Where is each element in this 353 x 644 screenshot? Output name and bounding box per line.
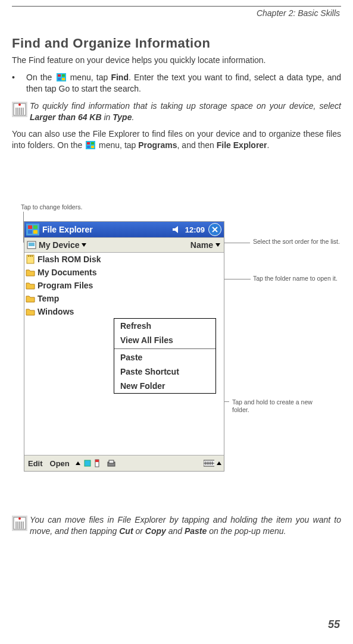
- row-label: Temp: [38, 294, 59, 303]
- svg-point-7: [18, 103, 21, 106]
- note-1-text: To quickly find information that is taki…: [30, 100, 341, 123]
- bullet-text: On the menu, tap Find. Enter the text yo…: [26, 72, 341, 95]
- close-icon[interactable]: [208, 223, 221, 236]
- para2-c: , and then: [177, 140, 217, 150]
- menu-new-folder[interactable]: New Folder: [114, 379, 215, 393]
- start-menu-icon-2: [86, 141, 95, 149]
- menu-paste-shortcut[interactable]: Paste Shortcut: [114, 365, 215, 379]
- bullet-item: • On the menu, tap Find. Enter the text …: [12, 72, 341, 95]
- svg-rect-16: [28, 230, 32, 234]
- svg-rect-27: [85, 460, 90, 466]
- keyboard-up-icon[interactable]: [217, 461, 221, 465]
- svg-rect-15: [33, 225, 38, 229]
- note1-b: in: [102, 112, 113, 122]
- volume-icon[interactable]: [172, 225, 182, 234]
- location-bar: My Device Name: [24, 237, 224, 253]
- svg-rect-9: [87, 142, 90, 144]
- n2-d: on the pop-up menu.: [207, 526, 286, 536]
- para2-bold2: File Explorer: [217, 140, 267, 150]
- note1-b2: Type: [113, 112, 132, 122]
- note-1: To quickly find information that is taki…: [12, 100, 341, 123]
- note-2-text: You can move files in File Explorer by t…: [30, 514, 341, 537]
- start-flag-icon[interactable]: [24, 222, 41, 237]
- svg-rect-2: [62, 74, 65, 77]
- text-content: Find and Organize Information The Find f…: [12, 36, 341, 157]
- up-arrow-icon[interactable]: [76, 461, 80, 465]
- para2-b: menu, tap: [99, 140, 138, 150]
- sort-dropdown-icon[interactable]: [215, 243, 220, 247]
- file-list: Flash ROM Disk My Documents Program File…: [24, 253, 224, 318]
- svg-rect-12: [91, 146, 94, 148]
- svg-rect-25: [30, 255, 31, 257]
- svg-rect-1: [58, 74, 61, 77]
- callout-sort: Select the sort order for the list.: [253, 238, 342, 246]
- svg-rect-11: [87, 146, 90, 148]
- blank-area[interactable]: Refresh View All Files Paste Paste Short…: [24, 318, 224, 455]
- callout-change-folders: Tap to change folders.: [21, 203, 82, 211]
- svg-rect-14: [28, 225, 32, 229]
- svg-rect-17: [33, 230, 38, 234]
- svg-rect-29: [95, 460, 99, 462]
- keyboard-icon[interactable]: [204, 459, 224, 467]
- top-rule: [12, 6, 341, 7]
- menu-view-all[interactable]: View All Files: [114, 333, 215, 347]
- bullet-text-menu: menu, tap: [70, 73, 111, 82]
- para2-d: .: [267, 140, 270, 150]
- bottom-toolbar: Edit Open: [24, 455, 224, 471]
- row-label: Program Files: [38, 281, 93, 290]
- toolbar-icon-2[interactable]: [92, 458, 102, 468]
- page-number: 55: [328, 618, 340, 631]
- svg-rect-24: [28, 255, 29, 257]
- note-icon-2: [12, 514, 30, 537]
- toolbar-icon-3[interactable]: [107, 458, 116, 468]
- edit-menu[interactable]: Edit: [24, 459, 46, 468]
- note-icon: [12, 100, 30, 123]
- list-item[interactable]: Flash ROM Disk: [24, 253, 224, 266]
- menu-paste[interactable]: Paste: [114, 350, 215, 365]
- start-menu-icon: [57, 73, 66, 81]
- note1-c: .: [132, 112, 134, 122]
- svg-point-41: [18, 517, 21, 520]
- list-item[interactable]: My Documents: [24, 266, 224, 279]
- bullet-marker: •: [12, 72, 26, 95]
- note1-a: To quickly find information that is taki…: [30, 101, 341, 111]
- clock: 12:09: [182, 225, 208, 234]
- sort-label[interactable]: Name: [190, 240, 213, 250]
- list-item[interactable]: Windows: [24, 305, 224, 318]
- note1-b1: Larger than 64 KB: [30, 112, 102, 122]
- toolbar-icon-1[interactable]: [83, 458, 92, 468]
- pda-screenshot: File Explorer 12:09 My Device Name: [24, 221, 224, 472]
- n2-c: and: [166, 526, 185, 536]
- list-item[interactable]: Program Files: [24, 279, 224, 292]
- device-icon: [27, 241, 36, 249]
- intro-text: The Find feature on your device helps yo…: [12, 55, 341, 66]
- menu-refresh[interactable]: Refresh: [114, 319, 215, 333]
- menu-separator: [114, 348, 215, 349]
- folder-icon: [26, 281, 35, 290]
- svg-rect-3: [58, 78, 61, 80]
- bullet-text-a: On the: [26, 73, 55, 82]
- chapter-label: Chapter 2: Basic Skills: [257, 8, 340, 18]
- n2-b2: Copy: [145, 526, 166, 536]
- page-heading: Find and Organize Information: [12, 36, 341, 51]
- open-menu[interactable]: Open: [46, 459, 73, 468]
- row-label: Flash ROM Disk: [38, 255, 101, 264]
- list-item[interactable]: Temp: [24, 292, 224, 305]
- svg-marker-18: [173, 226, 178, 233]
- para2: You can also use the File Explorer to fi…: [12, 128, 341, 151]
- svg-rect-10: [91, 142, 94, 144]
- location-dropdown-icon[interactable]: [82, 243, 86, 247]
- context-menu: Refresh View All Files Paste Paste Short…: [114, 318, 216, 394]
- svg-rect-4: [62, 78, 65, 80]
- n2-b1: Cut: [119, 526, 133, 536]
- svg-rect-26: [32, 255, 33, 257]
- memory-card-icon: [26, 255, 35, 264]
- folder-icon: [26, 307, 35, 316]
- location-label[interactable]: My Device: [39, 240, 79, 250]
- svg-rect-22: [29, 243, 35, 246]
- folder-icon: [26, 268, 35, 277]
- para2-bold1: Programs: [138, 140, 177, 150]
- callout-open: Tap the folder name to open it.: [253, 275, 342, 282]
- svg-rect-31: [109, 460, 114, 463]
- folder-icon: [26, 294, 35, 303]
